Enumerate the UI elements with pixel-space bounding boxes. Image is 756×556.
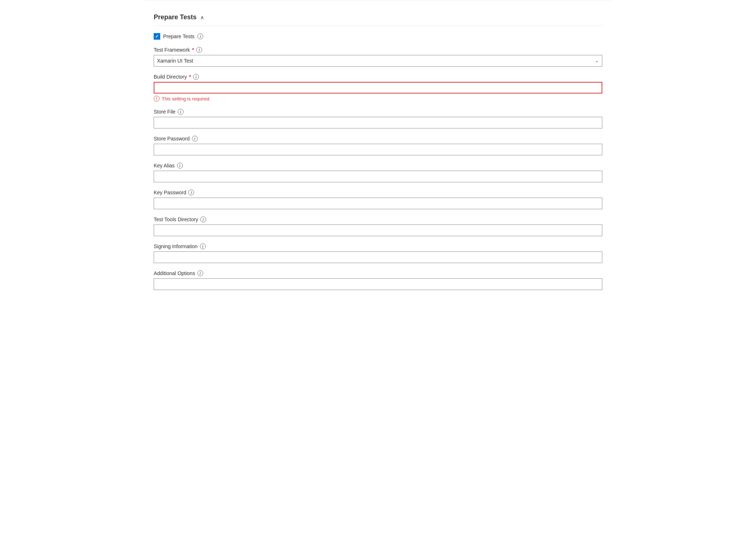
signing-information-input[interactable] — [154, 251, 602, 263]
additional-options-input[interactable] — [154, 278, 602, 290]
test-tools-directory-label: Test Tools Directory i — [154, 217, 602, 222]
section-title: Prepare Tests — [154, 13, 197, 21]
store-file-label: Store File i — [154, 109, 602, 115]
build-directory-input[interactable] — [154, 82, 602, 94]
store-password-input[interactable] — [154, 144, 602, 155]
store-file-label-text: Store File — [154, 109, 176, 115]
key-password-label-text: Key Password — [154, 190, 186, 195]
page-container: Prepare Tests ∧ ✓ Prepare Tests i Test F… — [145, 0, 611, 312]
build-directory-error-icon: ! — [154, 96, 160, 102]
key-alias-info-icon[interactable]: i — [177, 163, 183, 168]
store-file-field-group: Store File i — [154, 109, 602, 128]
key-alias-label-text: Key Alias — [154, 163, 175, 168]
build-directory-required-star: * — [189, 74, 191, 80]
build-directory-field-group: Build Directory * i ! This setting is re… — [154, 74, 602, 102]
build-directory-info-icon[interactable]: i — [193, 74, 199, 80]
test-framework-field-group: Test Framework * i Xamarin UI Test Appiu… — [154, 47, 602, 67]
additional-options-field-group: Additional Options i — [154, 270, 602, 290]
key-alias-field-group: Key Alias i — [154, 163, 602, 182]
store-password-label: Store Password i — [154, 136, 602, 142]
additional-options-info-icon[interactable]: i — [197, 270, 203, 276]
key-password-label: Key Password i — [154, 190, 602, 195]
build-directory-error-text: This setting is required. — [162, 96, 210, 102]
prepare-tests-info-icon[interactable]: i — [197, 33, 203, 39]
test-tools-directory-label-text: Test Tools Directory — [154, 217, 198, 222]
build-directory-label-text: Build Directory — [154, 74, 187, 80]
build-directory-label: Build Directory * i — [154, 74, 602, 80]
additional-options-label: Additional Options i — [154, 270, 602, 276]
key-password-info-icon[interactable]: i — [188, 190, 194, 195]
collapse-chevron-icon: ∧ — [200, 15, 204, 20]
store-file-input[interactable] — [154, 117, 602, 128]
store-password-label-text: Store Password — [154, 136, 190, 142]
test-framework-info-icon[interactable]: i — [196, 47, 202, 53]
store-password-info-icon[interactable]: i — [192, 136, 198, 142]
additional-options-label-text: Additional Options — [154, 270, 195, 276]
store-password-field-group: Store Password i — [154, 136, 602, 155]
prepare-tests-checkbox[interactable]: ✓ — [154, 33, 160, 40]
test-tools-directory-field-group: Test Tools Directory i — [154, 217, 602, 236]
prepare-tests-checkbox-row: ✓ Prepare Tests i — [154, 33, 602, 40]
test-framework-select-wrapper: Xamarin UI Test Appium Espresso XCUITest… — [154, 55, 602, 67]
build-directory-error-message: ! This setting is required. — [154, 96, 602, 102]
checkmark-icon: ✓ — [155, 34, 159, 39]
signing-information-label-text: Signing Information — [154, 243, 198, 249]
test-tools-directory-info-icon[interactable]: i — [200, 217, 206, 222]
signing-information-info-icon[interactable]: i — [200, 243, 206, 249]
test-framework-required-star: * — [192, 47, 194, 53]
signing-information-field-group: Signing Information i — [154, 243, 602, 263]
test-framework-label-text: Test Framework — [154, 47, 190, 53]
signing-information-label: Signing Information i — [154, 243, 602, 249]
key-password-field-group: Key Password i — [154, 190, 602, 209]
prepare-tests-checkbox-label: Prepare Tests — [163, 33, 194, 39]
test-tools-directory-input[interactable] — [154, 225, 602, 236]
test-framework-label: Test Framework * i — [154, 47, 602, 53]
key-alias-input[interactable] — [154, 171, 602, 182]
key-alias-label: Key Alias i — [154, 163, 602, 168]
store-file-info-icon[interactable]: i — [178, 109, 184, 115]
key-password-input[interactable] — [154, 198, 602, 209]
section-header[interactable]: Prepare Tests ∧ — [154, 8, 602, 26]
test-framework-select[interactable]: Xamarin UI Test Appium Espresso XCUITest — [154, 55, 602, 67]
